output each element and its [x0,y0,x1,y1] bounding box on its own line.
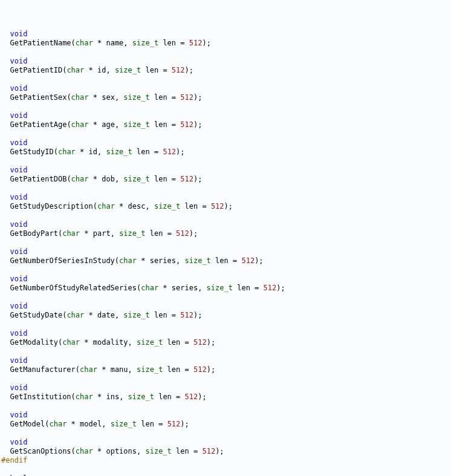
func-signature-line: GetBodyPart(char * part, size_t len = 51… [1,229,450,238]
keyword-void: void [10,302,27,310]
func-signature-line: GetStudyID(char * id, size_t len = 512); [1,148,450,157]
type-char: char [76,447,93,455]
param-name: manu [111,365,128,374]
func-return-line: void [1,30,450,39]
func-signature-line: GetModel(char * model, size_t len = 512)… [1,420,450,429]
type-size_t: size_t [123,120,149,129]
param-len-name: len [154,93,167,102]
function-name: GetStudyID [10,148,53,156]
func-return-line: void [1,247,450,256]
func-signature-line: GetNumberOfSeriesInStudy(char * series, … [1,256,450,266]
func-signature-line: GetStudyDescription(char * desc, size_t … [1,202,450,211]
param-name: id [97,66,106,74]
func-return-line: void [1,329,450,338]
type-size_t: size_t [207,284,233,292]
keyword-void: void [10,193,27,201]
blank-line [1,75,450,84]
param-name: ins [106,393,119,401]
function-name: GetPatientDOB [10,175,67,183]
func-return-line: void [1,84,450,93]
function-name: GetNumberOfStudyRelatedSeries [10,284,137,292]
param-name: model [80,420,102,428]
keyword-void: void [10,220,27,229]
default-value: 512 [176,229,189,238]
param-name: name [106,39,123,47]
function-name: GetPatientID [10,66,62,74]
type-size_t: size_t [137,365,163,374]
keyword-void: void [10,247,27,256]
func-return-line: void [1,411,450,420]
func-return-line: void [1,302,450,311]
func-signature-line: GetPatientSex(char * sex, size_t len = 5… [1,93,450,102]
func-return-line: void [1,220,450,229]
default-value: 512 [211,202,224,210]
func-return-line: void [1,57,450,66]
keyword-void: void [10,411,27,419]
param-name: series [172,284,198,292]
type-size_t: size_t [115,66,141,74]
type-char: char [62,229,80,238]
function-name: GetScanOptions [10,447,71,455]
func-signature-line: GetPatientDOB(char * dob, size_t len = 5… [1,175,450,184]
param-len-name: len [145,66,158,74]
param-len-name: len [176,447,189,455]
blank-line [1,157,450,166]
type-char: char [97,202,115,210]
keyword-void: void [10,57,27,65]
blank-line [1,347,450,356]
blank-line [1,211,450,220]
param-len-name: len [158,393,172,401]
func-signature-line: GetScanOptions(char * options, size_t le… [1,447,450,456]
default-value: 512 [193,338,207,347]
func-return-line: void [1,139,450,148]
type-size_t: size_t [106,148,132,156]
param-name: modality [93,338,128,347]
func-return-line: void [1,166,450,175]
default-value: 512 [180,120,193,129]
blank-line [1,238,450,247]
type-char: char [80,365,97,374]
param-name: sex [102,93,115,102]
code-block: void GetPatientName(char * name, size_t … [1,30,450,476]
type-char: char [58,148,76,156]
func-return-line: void [1,111,450,120]
type-size_t: size_t [184,256,210,265]
default-value: 512 [163,148,176,156]
keyword-void: void [10,329,27,337]
keyword-void: void [10,139,27,147]
type-size_t: size_t [123,175,149,183]
param-name: part [93,229,111,238]
default-value: 512 [264,284,277,292]
type-char: char [71,93,89,102]
default-value: 512 [167,420,181,428]
func-signature-line: GetInstitution(char * ins, size_t len = … [1,393,450,402]
func-signature-line: GetNumberOfStudyRelatedSeries(char * ser… [1,284,450,293]
type-size_t: size_t [154,202,180,210]
preprocessor-endif: #endif [1,456,450,465]
blank-line [1,429,450,438]
func-signature-line: GetPatientAge(char * age, size_t len = 5… [1,120,450,129]
param-name: age [102,120,115,129]
default-value: 512 [193,365,207,374]
default-value: 512 [180,175,193,183]
param-name: date [97,311,115,319]
type-char: char [141,284,158,292]
blank-line [1,465,450,474]
type-size_t: size_t [128,393,154,401]
param-len-name: len [167,338,181,347]
default-value: 512 [202,447,215,455]
function-name: GetBodyPart [10,229,57,238]
function-name: GetStudyDescription [10,202,92,210]
default-value: 512 [241,256,255,265]
type-size_t: size_t [123,93,149,102]
function-name: GetModel [10,420,45,428]
type-size_t: size_t [111,420,137,428]
function-name: GetNumberOfSeriesInStudy [10,256,114,265]
keyword-void: void [10,111,27,120]
func-signature-line: GetManufacturer(char * manu, size_t len … [1,365,450,374]
function-name: GetPatientAge [10,120,67,129]
type-size_t: size_t [119,229,145,238]
type-char: char [67,311,84,319]
keyword-void: void [10,356,27,365]
blank-line [1,129,450,139]
